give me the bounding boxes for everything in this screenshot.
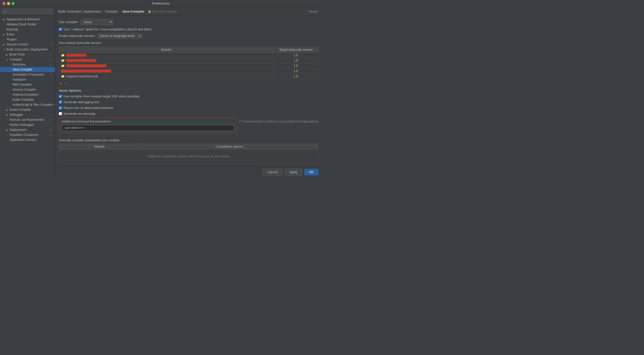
- folder-icon: 📁: [61, 53, 65, 57]
- search-input[interactable]: [2, 9, 53, 14]
- expand-icon: ▶: [3, 43, 7, 46]
- sidebar-search-area: [0, 7, 55, 16]
- redacted-bar: [66, 64, 106, 67]
- version-col-header: Target bytecode version: [273, 47, 318, 53]
- sidebar-item-build-execution[interactable]: ▼ Build, Execution, Deployment: [0, 47, 55, 52]
- cancel-button[interactable]: Cancel: [263, 169, 282, 175]
- sidebar-item-label: Compiler: [10, 58, 49, 61]
- javac-checkbox-debug-info[interactable]: [59, 100, 62, 104]
- sidebar-item-app-servers[interactable]: Application Servers: [0, 137, 55, 142]
- sidebar-tree: ▶ Appearance & Behavior Alibaba Cloud To…: [0, 16, 55, 178]
- apply-button[interactable]: Apply: [285, 169, 302, 175]
- javac-checkbox-label-2: Report use of deprecated features: [63, 106, 113, 110]
- breadcrumb-part1: Build, Execution, Deployment: [58, 10, 101, 13]
- breadcrumb-part2: Compiler: [105, 10, 118, 13]
- redacted-bar: [61, 70, 111, 73]
- override-table: Module Compilation options Additional co…: [59, 144, 318, 163]
- table-row[interactable]: 📁 1.8: [59, 53, 318, 58]
- sidebar-item-debugger[interactable]: ▶ Debugger: [0, 112, 55, 117]
- version-cell: 1.8: [273, 58, 318, 63]
- sidebar-item-keymap[interactable]: Keymap: [0, 27, 55, 32]
- sidebar-item-kotlin[interactable]: Kotlin Compiler: [0, 97, 55, 102]
- sidebar-item-label: ActionScript & Flex Compiler: [13, 103, 52, 106]
- module-cell: 📁: [59, 53, 273, 58]
- javac-checkbox-deprecated[interactable]: [59, 106, 62, 109]
- reset-button[interactable]: Reset: [307, 9, 319, 14]
- sidebar-item-rmi[interactable]: RMI Compiler: [0, 82, 55, 87]
- sidebar-item-label: Appearance & Behavior: [7, 18, 53, 21]
- sidebar-item-label: Build Tools: [10, 53, 49, 56]
- cmd-params-note-area: ('/' recommended in paths for cross-plat…: [239, 117, 318, 123]
- settings-icon: ⚙: [49, 118, 53, 122]
- close-button[interactable]: [3, 2, 6, 5]
- sidebar-item-arquillian[interactable]: Arquillian Containers ⚙: [0, 132, 55, 137]
- sidebar-item-android[interactable]: Android Compilers: [0, 92, 55, 97]
- sidebar-item-appearance[interactable]: ▶ Appearance & Behavior: [0, 17, 55, 22]
- compiler-select[interactable]: Javac Eclipse Ajc: [81, 19, 113, 25]
- bytecode-table: Module Target bytecode version 📁: [59, 47, 318, 79]
- sidebar-item-label: Excludes: [13, 63, 49, 66]
- panel-footer: Cancel Apply OK: [55, 166, 322, 178]
- sidebar-item-actionscript[interactable]: ActionScript & Flex Compiler ⚙: [0, 102, 55, 107]
- sidebar-item-scala[interactable]: ▶ Scala Compiler: [0, 107, 55, 112]
- sidebar-item-label: Debugger: [10, 113, 53, 116]
- remove-module-button[interactable]: −: [64, 81, 68, 86]
- folder-icon: 📁: [61, 59, 65, 62]
- sidebar-item-label: Version Control: [7, 43, 49, 46]
- javac-checkbox-0: Use compiler from module target JDK when…: [59, 94, 318, 98]
- settings-icon: ⚙: [49, 43, 53, 46]
- sidebar-item-plugins[interactable]: Plugins: [0, 37, 55, 42]
- table-row[interactable]: 📁 1.8: [59, 58, 318, 63]
- sidebar-item-python-debugger[interactable]: Python Debugger: [0, 122, 55, 127]
- additional-cmd-input[interactable]: [61, 125, 234, 131]
- minimize-button[interactable]: [7, 2, 10, 5]
- expand-icon: ▶: [3, 33, 7, 36]
- sidebar-item-build-tools[interactable]: ▶ Build Tools ⚙: [0, 52, 55, 57]
- module-cell: [59, 69, 273, 74]
- settings-icon: ⚙: [49, 53, 53, 56]
- panel-body: Use compiler: Javac Eclipse Ajc Use '--r…: [55, 16, 322, 166]
- expand-icon: ▼: [3, 48, 7, 51]
- javac-checkbox-use-jdk[interactable]: [59, 95, 62, 98]
- sidebar-item-groovy[interactable]: Groovy Compiler: [0, 87, 55, 92]
- expand-icon: ▶: [6, 108, 10, 111]
- sidebar-item-compiler[interactable]: ▼ Compiler ⚙: [0, 57, 55, 62]
- sidebar-item-label: Plugins: [7, 38, 53, 41]
- additional-cmd-label: Additional command line parameters:: [61, 120, 234, 123]
- bytecode-dropdown-wrap: Same as language level 1.8 ▼: [97, 33, 143, 38]
- table-row[interactable]: 📁 pegasus-basicdata-job 1.8: [59, 74, 318, 79]
- sidebar-item-label: Annotation Processors: [13, 73, 49, 76]
- sidebar-item-label: Editor: [7, 33, 53, 36]
- module-name: pegasus-basicdata-job: [66, 75, 98, 78]
- sidebar-item-remote-jar[interactable]: Remote Jar Repositories ⚙: [0, 117, 55, 122]
- sidebar-item-java-compiler[interactable]: Java Compiler ⚙: [0, 67, 55, 72]
- settings-icon: ⚙: [52, 103, 55, 106]
- compiler-dropdown-wrap: Javac Eclipse Ajc: [81, 19, 113, 25]
- sidebar-item-validation[interactable]: Validation: [0, 77, 55, 82]
- sidebar-item-annotation[interactable]: Annotation Processors ⚙: [0, 72, 55, 77]
- module-col-header: Module: [59, 47, 273, 53]
- override-module-col: Module: [59, 144, 141, 150]
- maximize-button[interactable]: [12, 2, 15, 5]
- javac-checkbox-no-warnings[interactable]: [59, 112, 62, 115]
- ok-button[interactable]: OK: [304, 169, 318, 175]
- per-module-label: Per-module bytecode version:: [59, 41, 318, 45]
- cross-compile-checkbox[interactable]: [59, 28, 62, 31]
- expand-icon: ▶: [6, 113, 10, 116]
- sidebar-item-label: Android Compilers: [13, 93, 53, 96]
- sidebar-item-label: Python Debugger: [10, 123, 53, 127]
- settings-icon: ⚙: [49, 133, 53, 137]
- sidebar-item-version-control[interactable]: ▶ Version Control ⚙: [0, 42, 55, 47]
- table-row[interactable]: 1.8: [59, 69, 318, 74]
- bytecode-version-select[interactable]: Same as language level 1.8: [97, 33, 143, 38]
- add-module-button[interactable]: +: [59, 81, 63, 86]
- sidebar-item-label: Scala Compiler: [10, 108, 53, 111]
- sidebar-item-excludes[interactable]: Excludes ⚙: [0, 62, 55, 67]
- sidebar-item-editor[interactable]: ▶ Editor: [0, 32, 55, 37]
- table-row[interactable]: 📁 1.8: [59, 63, 318, 69]
- sidebar-item-alibaba[interactable]: Alibaba Cloud Toolkit: [0, 22, 55, 27]
- sidebar-item-label: Alibaba Cloud Toolkit: [7, 23, 53, 26]
- expand-icon: ▶: [6, 53, 10, 56]
- sidebar-item-deployment[interactable]: ▶ Deployment ⚙: [0, 127, 55, 132]
- module-cell: 📁: [59, 63, 273, 69]
